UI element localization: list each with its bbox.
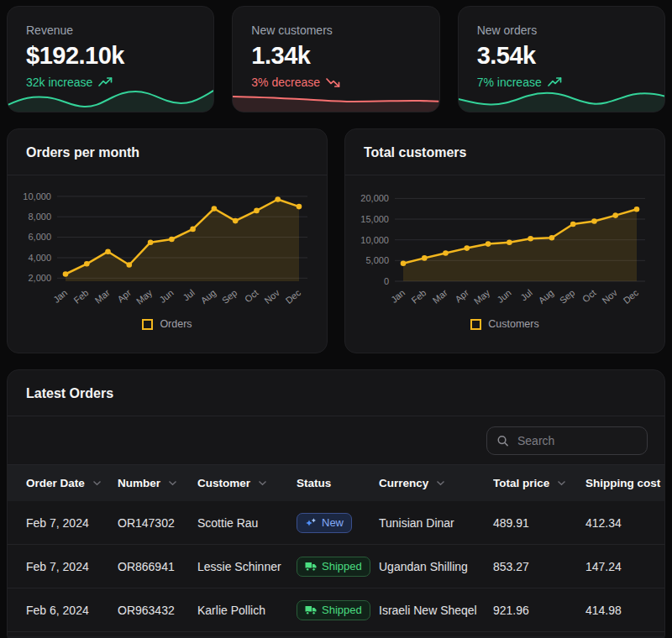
svg-text:Feb: Feb bbox=[409, 287, 428, 305]
table-header: Order DateNumberCustomerStatusCurrencyTo… bbox=[8, 464, 664, 501]
svg-text:Jun: Jun bbox=[157, 287, 175, 305]
svg-text:Oct: Oct bbox=[243, 287, 260, 304]
svg-text:Apr: Apr bbox=[453, 287, 470, 304]
stat-cards-row: Revenue $192.10k 32k increase New custom… bbox=[7, 6, 665, 112]
svg-text:Nov: Nov bbox=[600, 287, 619, 306]
cell-currency: Israeli New Sheqel bbox=[379, 604, 493, 617]
stat-title: Revenue bbox=[26, 24, 195, 37]
svg-text:Mar: Mar bbox=[431, 287, 449, 306]
svg-text:4,000: 4,000 bbox=[28, 253, 51, 263]
cell-number: OR147302 bbox=[118, 516, 197, 530]
stat-card-revenue: Revenue $192.10k 32k increase bbox=[7, 6, 214, 112]
dashboard-page: Revenue $192.10k 32k increase New custom… bbox=[0, 0, 672, 638]
svg-text:Dec: Dec bbox=[622, 287, 641, 306]
legend-swatch bbox=[470, 319, 481, 330]
stat-value: 1.34k bbox=[251, 42, 420, 70]
cell-customer: Lessie Schinner bbox=[197, 560, 297, 573]
cell-customer: Scottie Rau bbox=[197, 516, 297, 530]
stat-card-new-customers: New customers 1.34k 3% decrease bbox=[232, 6, 439, 112]
truck-icon bbox=[305, 562, 317, 572]
new-customers-sparkline bbox=[233, 85, 438, 112]
customers-line-chart: 05,00010,00015,00020,000JanFebMarAprMayJ… bbox=[345, 175, 665, 313]
column-header-currency[interactable]: Currency bbox=[379, 477, 493, 489]
svg-text:Mar: Mar bbox=[93, 287, 112, 306]
svg-text:Jan: Jan bbox=[389, 287, 407, 305]
cell-number: OR866941 bbox=[118, 560, 197, 573]
cell-shipping-cost: 147.24 bbox=[585, 560, 664, 573]
stat-value: $192.10k bbox=[26, 42, 195, 70]
new-orders-sparkline bbox=[459, 85, 664, 112]
orders-line-chart: 2,0004,0006,0008,00010,000JanFebMarAprMa… bbox=[8, 175, 328, 313]
column-header-number[interactable]: Number bbox=[118, 477, 197, 489]
cell-status: Shipped bbox=[297, 600, 379, 620]
cell-order-date: Feb 6, 2024 bbox=[26, 604, 118, 617]
svg-text:10,000: 10,000 bbox=[23, 191, 51, 201]
svg-text:Sep: Sep bbox=[558, 287, 577, 306]
svg-text:Jul: Jul bbox=[181, 287, 196, 302]
legend-label: Orders bbox=[160, 318, 192, 330]
cell-currency: Ugandan Shilling bbox=[379, 560, 493, 573]
cell-number: OR963432 bbox=[118, 604, 197, 617]
cell-order-date: Feb 7, 2024 bbox=[26, 516, 118, 530]
y-axis-labels: 05,00010,00015,00020,000 bbox=[360, 193, 389, 286]
svg-text:Jan: Jan bbox=[51, 287, 69, 305]
sparkles-icon bbox=[305, 517, 317, 529]
svg-text:Dec: Dec bbox=[284, 287, 303, 306]
search-icon bbox=[496, 434, 509, 447]
card-title: Total customers bbox=[364, 145, 646, 160]
table-toolbar bbox=[8, 416, 664, 464]
chart-body: 2,0004,0006,0008,00010,000JanFebMarAprMa… bbox=[8, 175, 327, 330]
chart-legend[interactable]: Customers bbox=[345, 318, 664, 330]
svg-text:Jun: Jun bbox=[495, 287, 512, 305]
column-header-customer[interactable]: Customer bbox=[197, 477, 297, 489]
column-header-total-price[interactable]: Total price bbox=[493, 477, 585, 489]
sort-chevron-icon bbox=[258, 480, 267, 486]
stat-title: New customers bbox=[251, 24, 420, 37]
svg-text:May: May bbox=[134, 287, 155, 306]
svg-text:May: May bbox=[472, 287, 492, 306]
search-input[interactable] bbox=[486, 426, 648, 455]
stat-title: New orders bbox=[477, 24, 646, 37]
card-title: Orders per month bbox=[26, 145, 308, 160]
cell-customer: Karlie Pollich bbox=[197, 604, 297, 617]
charts-row: Orders per month 2,0004,0006,0008,00010,… bbox=[7, 128, 665, 353]
svg-text:8,000: 8,000 bbox=[28, 212, 51, 222]
svg-text:Apr: Apr bbox=[115, 287, 133, 304]
cell-currency: Tunisian Dinar bbox=[379, 516, 493, 530]
table-row: Feb 6, 2024 OR963432 Karlie Pollich Ship… bbox=[8, 588, 664, 632]
svg-text:Oct: Oct bbox=[580, 287, 598, 304]
cell-total-price: 853.27 bbox=[493, 560, 585, 573]
cell-status: Shipped bbox=[297, 557, 379, 577]
chart-legend[interactable]: Orders bbox=[8, 318, 327, 330]
svg-text:Nov: Nov bbox=[262, 287, 281, 306]
cell-total-price: 489.91 bbox=[493, 516, 585, 530]
svg-text:Aug: Aug bbox=[198, 287, 218, 306]
cell-shipping-cost: 414.98 bbox=[585, 604, 664, 617]
sort-chevron-icon bbox=[557, 480, 566, 486]
svg-text:15,000: 15,000 bbox=[360, 214, 389, 224]
column-header-shipping-cost[interactable]: Shipping cost bbox=[585, 477, 664, 489]
cell-shipping-cost: 412.34 bbox=[585, 516, 664, 530]
svg-text:Feb: Feb bbox=[71, 287, 90, 305]
cell-status: New bbox=[297, 513, 379, 533]
latest-orders-card: Latest Orders Order DateNumberCustomerSt… bbox=[7, 369, 665, 638]
svg-text:Jul: Jul bbox=[518, 287, 533, 302]
svg-text:2,000: 2,000 bbox=[28, 273, 51, 283]
column-header-order-date[interactable]: Order Date bbox=[26, 477, 118, 489]
status-badge: New bbox=[297, 513, 352, 533]
orders-per-month-card: Orders per month 2,0004,0006,0008,00010,… bbox=[7, 128, 328, 353]
column-header-status: Status bbox=[297, 477, 379, 489]
revenue-sparkline bbox=[8, 85, 213, 112]
sort-chevron-icon bbox=[436, 480, 445, 486]
latest-orders-title: Latest Orders bbox=[26, 386, 646, 401]
svg-text:Sep: Sep bbox=[220, 287, 239, 306]
truck-icon bbox=[305, 605, 317, 615]
sort-chevron-icon bbox=[168, 480, 177, 486]
card-header: Latest Orders bbox=[8, 370, 664, 416]
stat-card-new-orders: New orders 3.54k 7% increase bbox=[458, 6, 665, 112]
legend-label: Customers bbox=[488, 318, 538, 330]
cell-order-date: Feb 7, 2024 bbox=[26, 560, 118, 573]
total-customers-card: Total customers 05,00010,00015,00020,000… bbox=[344, 128, 665, 353]
svg-text:Aug: Aug bbox=[536, 287, 555, 306]
cell-total-price: 921.96 bbox=[493, 604, 585, 617]
